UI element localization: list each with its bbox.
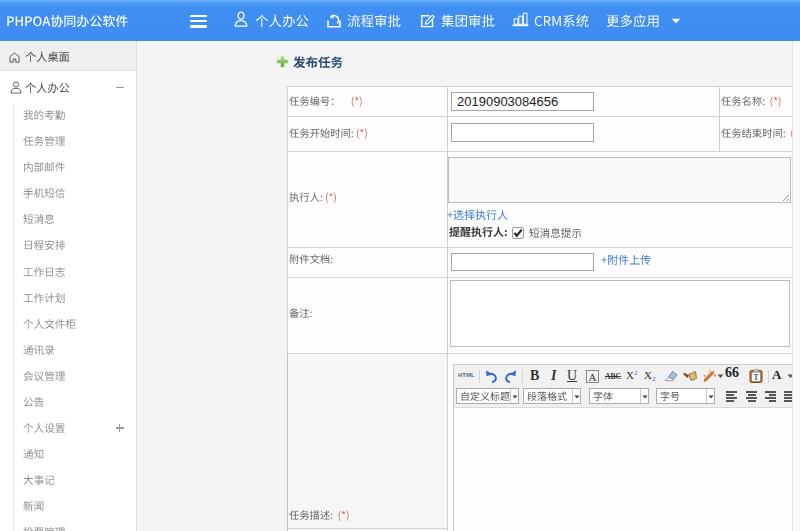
svg-text:T: T [753, 373, 758, 382]
